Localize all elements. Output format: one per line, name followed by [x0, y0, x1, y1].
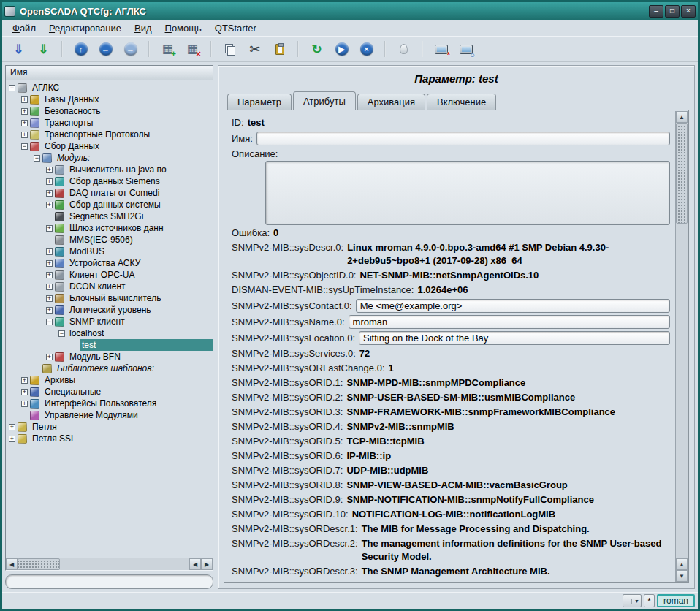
tree-item-test[interactable]: test [6, 339, 213, 351]
tree-filter-input[interactable] [5, 574, 213, 589]
tree-item-mms[interactable]: MMS(IEC-9506) [6, 234, 213, 246]
menu-help[interactable]: Помощь [159, 21, 208, 35]
qtstarter-find-icon[interactable]: ○ [455, 39, 476, 59]
collapse-icon[interactable]: − [21, 143, 28, 150]
lamp-icon[interactable] [393, 39, 414, 59]
expand-icon[interactable]: + [46, 295, 53, 302]
expand-icon[interactable]: + [9, 424, 15, 430]
tree-item-loop[interactable]: +Петля [6, 421, 213, 433]
menu-qtstarter[interactable]: QTStarter [209, 21, 262, 35]
expand-icon[interactable]: + [46, 225, 53, 232]
expand-icon[interactable]: + [21, 401, 28, 407]
vscroll-thumb[interactable] [676, 123, 688, 224]
tree-item-special[interactable]: +Специальные [6, 386, 213, 398]
expand-icon[interactable]: + [46, 284, 53, 290]
load-db-icon[interactable]: ⇓ [8, 39, 29, 59]
expand-icon[interactable]: + [21, 108, 28, 115]
expand-icon[interactable]: + [46, 248, 53, 255]
tree-item-module-management[interactable]: Управление Модулями [6, 409, 213, 421]
tree-item-comedi-daq[interactable]: +DAQ платы от Comedi [6, 187, 213, 199]
tree-item-segnetics[interactable]: Segnetics SMH2Gi [6, 210, 213, 222]
expand-icon[interactable]: + [21, 96, 28, 103]
go-forward-icon[interactable]: → [120, 39, 141, 59]
tree-item-dcon-client[interactable]: +DCON клиент [6, 281, 213, 292]
expand-icon[interactable]: + [46, 167, 53, 173]
tree-item-security[interactable]: +Безопасность [6, 105, 213, 117]
tree-item-opc-ua-client[interactable]: +Клиент OPC-UA [6, 269, 213, 281]
tree-item-transport-protocols[interactable]: +Транспортные Протоколы [6, 129, 213, 140]
tree-item-databases[interactable]: +Базы Данных [6, 94, 213, 105]
maximize-button[interactable]: □ [665, 5, 680, 18]
user-badge[interactable]: roman [657, 594, 695, 607]
tree-item-snmp-client[interactable]: −SNMP клиент [6, 316, 213, 327]
hscroll-thumb[interactable] [18, 558, 60, 570]
go-up-icon[interactable]: ↑ [70, 39, 91, 59]
menu-view[interactable]: Вид [129, 21, 158, 35]
refresh-icon[interactable]: ↻ [306, 39, 327, 59]
expand-icon[interactable]: + [46, 307, 53, 314]
scroll-left-icon[interactable]: ◀ [6, 558, 18, 570]
tree-item-asku-devices[interactable]: +Устройства АСКУ [6, 257, 213, 269]
tree-header[interactable]: Имя [6, 66, 213, 80]
status-combo[interactable]: ▼ [623, 594, 642, 607]
add-item-icon[interactable]: ▦+ [157, 39, 178, 59]
scroll-right-icon[interactable]: ▶ [201, 558, 213, 570]
hscroll-track[interactable] [60, 558, 189, 570]
tree-item-sources-gate[interactable]: +Шлюз источников данн [6, 222, 213, 234]
expand-icon[interactable]: + [46, 354, 53, 360]
tab-parameter[interactable]: Параметр [227, 94, 292, 110]
expand-icon[interactable]: + [46, 178, 53, 185]
expand-icon[interactable]: + [46, 272, 53, 278]
expand-icon[interactable]: + [21, 120, 28, 126]
field-input[interactable] [356, 299, 670, 313]
tree-item-siemens-daq[interactable]: +Сбор данных Siemens [6, 175, 213, 187]
tree-hscrollbar[interactable]: ◀ ◀ ▶ [6, 558, 213, 570]
scroll-up2-icon[interactable]: ▲ [676, 558, 688, 570]
close-button[interactable]: × [681, 5, 696, 18]
field-input[interactable] [256, 132, 670, 145]
scroll-down-icon[interactable]: ▼ [676, 570, 688, 582]
content-vscrollbar[interactable]: ▲ ▲ ▼ [675, 111, 688, 582]
vscroll-track[interactable] [676, 224, 688, 558]
scroll-up-icon[interactable]: ▲ [676, 111, 688, 123]
copy-item-icon[interactable] [219, 39, 240, 59]
collapse-icon[interactable]: − [58, 330, 65, 337]
expand-icon[interactable]: + [21, 389, 28, 395]
expand-icon[interactable]: + [46, 202, 53, 208]
tab-enable[interactable]: Включение [427, 94, 496, 110]
title-bar[interactable]: OpenSCADA QTCfg: АГЛКС – □ × [2, 2, 698, 20]
menu-file[interactable]: Файл [7, 21, 42, 35]
tree-item-module[interactable]: −Модуль: [6, 152, 213, 164]
tree-item-logic-level[interactable]: +Логический уровень [6, 304, 213, 316]
tree-item-data-acquisition[interactable]: −Сбор Данных [6, 140, 213, 152]
collapse-icon[interactable]: − [9, 85, 15, 91]
expand-icon[interactable]: + [46, 260, 53, 267]
tree-item-java-calc[interactable]: +Вычислитель на java по [6, 164, 213, 175]
field-input[interactable] [359, 331, 670, 345]
tree-item-bfn-module[interactable]: +Модуль BFN [6, 351, 213, 363]
tree-item-modbus[interactable]: +ModBUS [6, 246, 213, 257]
stop-icon[interactable]: × [356, 39, 377, 59]
scroll-left2-icon[interactable]: ◀ [189, 558, 201, 570]
expand-icon[interactable]: + [46, 190, 53, 197]
tab-attributes[interactable]: Атрибуты [293, 91, 356, 110]
menu-edit[interactable]: Редактирование [43, 21, 127, 35]
minimize-button[interactable]: – [649, 5, 663, 18]
star-button[interactable]: * [644, 594, 655, 607]
qtstarter-config-icon[interactable]: * [430, 39, 452, 59]
tab-archiving[interactable]: Архивация [357, 94, 425, 110]
field-input[interactable] [349, 315, 670, 329]
save-db-icon[interactable]: ⇓ [33, 39, 54, 59]
tree-item-archives[interactable]: +Архивы [6, 374, 213, 386]
expand-icon[interactable]: + [9, 436, 15, 442]
remove-item-icon[interactable]: ▦× [182, 39, 203, 59]
collapse-icon[interactable]: − [46, 319, 53, 325]
start-icon[interactable]: ▶ [331, 39, 352, 59]
collapse-icon[interactable]: − [34, 155, 40, 162]
go-back-icon[interactable]: ← [95, 39, 116, 59]
expand-icon[interactable]: + [21, 132, 28, 138]
tree-item-system-daq[interactable]: +Сбор данных системы [6, 199, 213, 210]
cut-item-icon[interactable]: ✂ [244, 39, 265, 59]
tree-item-loop-ssl[interactable]: +Петля SSL [6, 433, 213, 444]
tree-item-template-lib[interactable]: Библиотека шаблонов: [6, 363, 213, 374]
